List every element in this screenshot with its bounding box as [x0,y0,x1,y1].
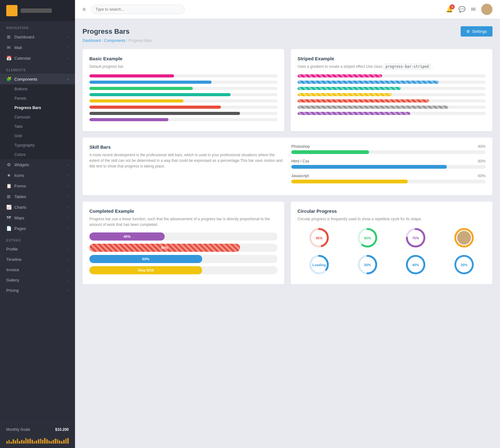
sidebar-item-label: Charts [14,205,26,210]
sidebar-item-label: Mail [14,45,22,50]
search-input[interactable] [91,5,185,14]
sidebar-item-invoice[interactable]: Invoice › [0,265,75,275]
striped-example-card: Striped Example Uses a gradient to creat… [291,49,492,131]
sidebar-item-pricing[interactable]: Pricing › [0,285,75,296]
circular-progress-item: 40% [394,254,438,276]
sidebar-item-label: Invoice [6,267,19,272]
sidebar-item-widgets[interactable]: ⚙ Widgets › [0,159,75,170]
skill-pct: 40% [478,144,486,149]
topbar-right: 🔔 3 💬 ✉ [446,4,492,15]
bottom-cards-row: Completed Example Progress bar use a lin… [82,202,492,284]
sidebar-item-maps[interactable]: 🗺 Maps › [0,212,75,223]
chevron-right-icon: › [68,57,69,60]
chevron-right-icon: › [68,278,69,282]
notification-badge: 3 [450,4,455,9]
circle-svg: 45% [308,227,330,249]
sidebar-item-label: Pages [14,226,26,231]
svg-point-10 [457,231,471,245]
monthly-goals-value: $10.200 [55,427,69,432]
sidebar-item-mail[interactable]: ✉ Mail › [0,42,75,53]
striped-progress-bar [298,112,486,115]
sidebar-item-components[interactable]: 🧩 Components ∨ [0,74,75,84]
sidebar-sub-colors[interactable]: Colors [0,150,75,159]
skill-pct: 80% [478,159,486,163]
sidebar-sub-tabs[interactable]: Tabs [0,122,75,131]
sidebar-item-profile[interactable]: Profile › [0,244,75,254]
components-icon: 🧩 [6,77,11,82]
email-icon[interactable]: ✉ [471,6,476,13]
svg-text:30%: 30% [461,263,468,267]
sidebar-sub-panels[interactable]: Panels [0,94,75,103]
chevron-right-icon: › [68,206,69,209]
avatar[interactable] [481,4,492,15]
components-submenu: Buttons Panels Progress Bars Carousel Ta… [0,84,75,159]
circle-svg: 50% [357,254,378,276]
sidebar-item-calendar[interactable]: 📅 Calendar › [0,53,75,63]
sidebar-sub-typography[interactable]: Typography [0,141,75,150]
completed-example-card: Completed Example Progress bar use a lin… [82,202,284,284]
skill-bars-right: Photoshop 40% Html / Css 80% Javascript … [291,144,486,188]
striped-example-desc: Uses a gradient to create a striped effe… [298,64,486,69]
sidebar-item-charts[interactable]: 📈 Charts › [0,202,75,212]
striped-progress-bar [298,87,486,90]
calendar-icon: 📅 [6,56,11,61]
sidebar-sub-progress-bars[interactable]: Progress Bars [0,103,75,112]
completed-bar: 80% [89,244,278,252]
circle-svg: 40% [405,254,427,276]
sidebar-item-pages[interactable]: 📄 Pages › [0,223,75,234]
sidebar-item-forms[interactable]: 📋 Forms › [0,181,75,191]
chat-icon[interactable]: 💬 [458,6,465,13]
striped-code-badge: progress-bar-striped [383,64,431,69]
svg-text:Loading: Loading [312,263,326,267]
settings-button[interactable]: ⚙ Settings [461,26,492,37]
charts-icon: 📈 [6,205,11,210]
main-content: ≡ 🔔 3 💬 ✉ Progress Bars ⚙ Settings Dashb… [75,0,500,448]
chevron-right-icon: › [68,247,69,251]
icons-icon: ★ [6,173,11,178]
circle-svg: Loading [308,254,330,276]
skill-bar-item: Photoshop 40% [291,144,486,154]
svg-text:50%: 50% [364,263,371,267]
completed-title: Completed Example [89,208,278,214]
logo-text [21,8,52,13]
chevron-right-icon: › [68,216,69,220]
chevron-right-icon: › [68,195,69,198]
svg-text:75%: 75% [412,236,419,240]
skill-bars-card: Skill Bars A more recent development is … [82,137,492,195]
sidebar-item-icons[interactable]: ★ Icons › [0,170,75,181]
sidebar-item-dashboard[interactable]: ⊞ Dashboard › [0,32,75,42]
sidebar-item-label: Dashboard [14,35,34,39]
sidebar-item-label: Pricing [6,288,19,293]
notification-icon[interactable]: 🔔 3 [446,6,453,13]
striped-example-title: Striped Example [298,56,486,61]
circular-grid: 45% 60% 75% Loading 50% 40% 30% [298,227,486,276]
sidebar: NAVIGATION ⊞ Dashboard › ✉ Mail › 📅 Cale… [0,0,75,448]
chevron-right-icon: › [68,289,69,292]
tables-icon: ⊞ [6,194,11,199]
completed-bars: 40% 80% 60% Step 6/10 [89,232,278,274]
sidebar-sub-buttons[interactable]: Buttons [0,84,75,94]
gear-icon: ⚙ [466,29,470,34]
striped-bars [298,74,486,115]
sidebar-item-timeline[interactable]: Timeline › [0,254,75,265]
sidebar-sub-grid[interactable]: Grid [0,131,75,141]
sidebar-item-tables[interactable]: ⊞ Tables › [0,191,75,202]
completed-desc: Progress bar use a linear function, such… [89,216,278,227]
sidebar-sub-carousel[interactable]: Carousel [0,112,75,122]
settings-label: Settings [472,29,487,34]
sidebar-item-gallery[interactable]: Gallery › [0,275,75,285]
nav-section-label: NAVIGATION [0,21,75,32]
elements-section-label: ELEMENTS [0,63,75,74]
circular-progress-item: Loading [298,254,341,276]
circular-progress-card: Circular Progress Circular progress is f… [291,202,492,284]
breadcrumb-components[interactable]: Components [104,38,125,43]
skill-label: Html / Css [291,159,309,163]
circular-progress-item: 60% [346,227,389,249]
striped-progress-bar [298,106,486,109]
chevron-right-icon: › [68,174,69,177]
hamburger-icon[interactable]: ≡ [82,6,86,13]
breadcrumb-dashboard[interactable]: Dashboard [82,38,101,43]
skill-bars-desc: A more recent development is the profess… [89,152,284,169]
progress-bar [89,106,278,109]
skill-bar-item: Javascript 60% [291,174,486,183]
